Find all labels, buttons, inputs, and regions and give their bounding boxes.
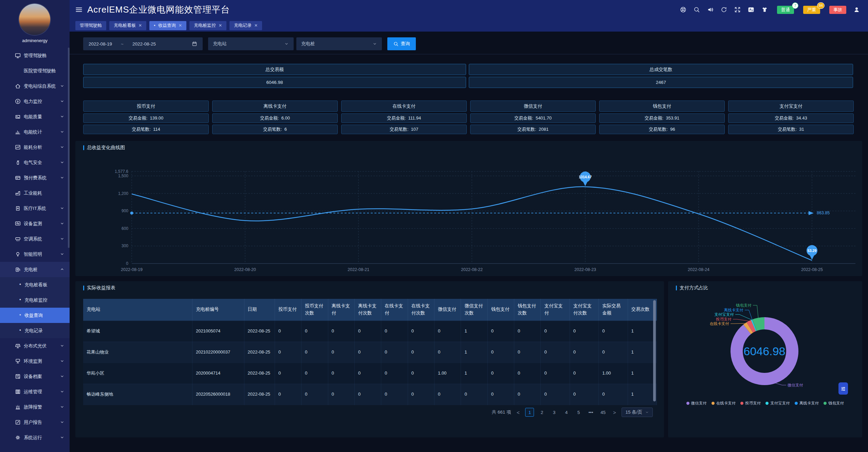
sidebar-subitem-charging-records[interactable]: •充电记录 [0,323,70,338]
legend-item-3[interactable]: 支付宝支付 [765,401,790,406]
sidebar-item-medical-it[interactable]: 医疗IT系统 [0,201,70,216]
table-scrollbar[interactable] [653,300,656,401]
sidebar-item-smart-lighting[interactable]: 智能照明 [0,247,70,262]
sidebar-item-device-archive[interactable]: 设备档案 [0,369,70,384]
volume-icon[interactable] [707,6,714,13]
refresh-icon[interactable] [721,6,727,13]
ops-icon [15,389,21,395]
table-row: 希望城20210050742022-08-2500000001000001 [83,321,657,342]
sidebar-subitem-pile-monitoring[interactable]: •充电桩监控 [0,292,70,308]
legend-dot-icon [765,402,769,405]
date-range-input[interactable]: 2022-08-19 ~ 2022-08-25 [83,37,203,50]
sidebar-item-prepaid-system[interactable]: 预付费系统 [0,170,70,185]
sidebar-item-electrical-safety[interactable]: 电气安全 [0,155,70,170]
avatar[interactable] [19,4,50,35]
alarm-button-accident[interactable]: 事故 [829,6,846,14]
chevron-down-icon [60,84,64,88]
legend-item-4[interactable]: 离线卡支付 [795,401,819,406]
tab-dashboard[interactable]: 管理驾驶舱 [75,21,106,30]
sidebar-subitem-revenue-query[interactable]: •收益查询 [0,308,70,323]
sidebar-item-label: 医院管理驾驶舱 [24,68,56,74]
pv-icon [15,343,21,349]
page-number-2[interactable]: 2 [537,408,546,417]
sidebar-item-ops-management[interactable]: 运维管理 [0,384,70,399]
sidebar-item-hospital-dashboard[interactable]: 医院管理驾驶舱 [0,63,70,78]
payment-card-amount: 交易金额: 353.91 [599,113,725,123]
page-number-•••[interactable]: ••• [586,408,595,417]
payment-card-amount: 交易金额: 34.43 [728,113,854,123]
sidebar-item-power-monitoring[interactable]: 电力监控 [0,94,70,109]
sidebar-item-energy-statistics[interactable]: 电能统计 [0,124,70,140]
sidebar-item-device-monitoring[interactable]: 设备监测 [0,216,70,231]
alarm-button-normal[interactable]: 普通7 [777,6,794,14]
legend-item-1[interactable]: 在线卡支付 [712,401,736,406]
sidebar-item-substation-system[interactable]: 变电站综自系统 [0,78,70,94]
page-number-4[interactable]: 4 [562,408,571,417]
theme-shirt-icon[interactable] [761,6,768,13]
help-icon[interactable] [680,6,686,13]
settings-float-button[interactable] [838,382,848,395]
sidebar-item-label: 系统运行 [24,435,42,441]
sidebar-item-management-dashboard[interactable]: 管理驾驶舱 [0,48,70,63]
sidebar-item-energy-analysis[interactable]: 能耗分析 [0,140,70,155]
sidebar-item-charging-pile[interactable]: 充电桩 [0,262,70,277]
tab-charging-records[interactable]: 充电记录✕ [229,21,262,30]
table-column-header: 钱包支付 [487,299,514,321]
translate-icon[interactable]: A文 [748,6,754,13]
table-cell: 1 [628,363,657,384]
sidebar-item-system-operation[interactable]: 系统运行 [0,430,70,445]
sidebar-item-power-quality[interactable]: 电能质量 [0,109,70,124]
menu-toggle-icon[interactable] [75,6,82,13]
tab-label: 充电记录 [234,22,252,29]
table-cell: 0 [408,321,434,342]
pile-select[interactable]: 充电桩 [296,37,382,50]
device-icon [15,221,21,227]
table-cell: 0 [599,321,628,342]
close-icon[interactable]: ✕ [219,23,222,28]
sidebar-item-fault-alarm[interactable]: 故障报警 [0,399,70,415]
payment-card-amount: 交易金额: 6.00 [212,113,338,123]
table-column-header: 在线卡支付 [381,299,408,321]
next-page-icon[interactable]: > [611,408,618,417]
page-number-1[interactable]: 1 [525,408,534,417]
sidebar-scrollbar[interactable] [68,48,70,248]
tab-revenue-query[interactable]: ●收益查询✕ [149,21,186,30]
user-icon[interactable] [853,6,860,13]
alarm-button-severe[interactable]: 严重84 [803,6,820,14]
sidebar-subitem-label: 充电记录 [24,328,43,334]
sidebar-item-hvac-system[interactable]: 空调系统 [0,231,70,247]
sidebar-item-environment-monitoring[interactable]: 环境监测 [0,354,70,369]
fullscreen-icon[interactable] [734,6,741,13]
tab-pile-dashboard[interactable]: 充电桩看板✕ [109,21,146,30]
payment-card-name: 投币支付 [83,101,209,112]
page-number-3[interactable]: 3 [550,408,558,417]
payment-share-donut-chart: 6046.98钱包支付离线卡支付支付宝支付投币支付在线卡支付微信支付 [668,292,862,401]
sidebar-item-distributed-pv[interactable]: 分布式光伏 [0,338,70,354]
table-cell: 0 [599,384,628,405]
search-icon[interactable] [694,6,700,13]
close-icon[interactable]: ✕ [254,23,258,28]
revenue-curve-section: 总收益变化曲线图 03006009001,2001,5001,577.62022… [75,141,862,276]
sidebar-item-user-report[interactable]: 用户报告 [0,415,70,430]
legend-item-5[interactable]: 钱包支付 [824,401,844,406]
environment-icon [15,358,21,364]
query-button[interactable]: 查询 [387,37,416,50]
sidebar-item-industrial-energy[interactable]: 工业能耗 [0,185,70,201]
page-number-45[interactable]: 45 [598,408,607,417]
legend-item-0[interactable]: 微信支付 [686,401,707,406]
sidebar-subitem-label: 收益查询 [24,312,43,319]
page-number-5[interactable]: 5 [574,408,583,417]
station-select[interactable]: 充电站 [208,37,294,50]
close-icon[interactable]: ✕ [179,23,182,28]
active-dot-icon: ● [154,24,155,27]
pie-title: 支付方式占比 [676,285,708,291]
close-icon[interactable]: ✕ [138,23,142,28]
prev-page-icon[interactable]: < [514,408,522,417]
legend-item-2[interactable]: 投币支付 [740,401,761,406]
sidebar-subitem-pile-dashboard[interactable]: •充电桩看板 [0,277,70,292]
tab-pile-monitoring[interactable]: 充电桩监控✕ [189,21,226,30]
stats-icon [15,129,21,135]
chevron-down-icon [60,206,64,211]
page-size-select[interactable]: 15 条/页 [622,408,653,417]
table-cell: 0 [514,342,541,363]
